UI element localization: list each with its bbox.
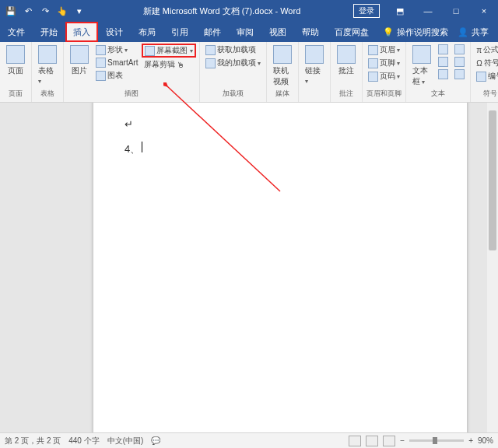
table-label: 表格 bbox=[38, 65, 57, 85]
save-icon[interactable]: 💾 bbox=[3, 3, 19, 19]
vertical-scrollbar[interactable] bbox=[487, 103, 498, 432]
tell-me-search[interactable]: 💡 操作说明搜索 bbox=[383, 26, 448, 38]
page[interactable]: ↵ 4、 bbox=[93, 103, 467, 432]
equation-button[interactable]: π公式 bbox=[474, 44, 498, 56]
object-button[interactable] bbox=[452, 68, 467, 80]
store-icon bbox=[205, 45, 216, 55]
ribbon-options-icon[interactable]: ⬒ bbox=[386, 0, 414, 22]
zoom-slider[interactable] bbox=[409, 439, 464, 442]
wordart-button[interactable] bbox=[436, 56, 451, 68]
link-button[interactable]: 链接 bbox=[302, 44, 327, 86]
word-count[interactable]: 440 个字 bbox=[68, 436, 99, 446]
language-status[interactable]: 中文(中国) bbox=[107, 436, 144, 446]
pi-icon: π bbox=[476, 46, 482, 54]
accessibility-icon[interactable]: 💬 bbox=[151, 436, 160, 445]
tell-me-label: 操作说明搜索 bbox=[397, 26, 448, 38]
tab-design[interactable]: 设计 bbox=[98, 22, 131, 42]
tab-references[interactable]: 引用 bbox=[163, 22, 196, 42]
screenshot-button[interactable]: 屏幕截图 bbox=[142, 44, 195, 58]
pagenum-button[interactable]: 页码 bbox=[366, 70, 402, 82]
group-symbols: π公式 Ω符号 编号 符号 bbox=[471, 42, 498, 102]
online-video-button[interactable]: 联机视频 bbox=[270, 44, 295, 89]
page-count[interactable]: 第 2 页，共 2 页 bbox=[5, 436, 61, 446]
picture-button[interactable]: 图片 bbox=[67, 44, 92, 78]
header-icon bbox=[368, 45, 378, 55]
screenshot-icon bbox=[145, 46, 155, 56]
zoom-in-button[interactable]: + bbox=[468, 436, 473, 445]
textbox-label: 文本框 bbox=[412, 65, 431, 87]
touch-mode-icon[interactable]: 👆 bbox=[54, 3, 70, 19]
page-icon bbox=[6, 45, 25, 64]
group-media: 联机视频 媒体 bbox=[267, 42, 299, 102]
print-layout-button[interactable] bbox=[366, 436, 378, 446]
group-pages: 页面 页面 bbox=[0, 42, 32, 102]
read-mode-button[interactable] bbox=[349, 436, 361, 446]
cover-page-button[interactable]: 页面 bbox=[3, 44, 28, 78]
zoom-slider-thumb[interactable] bbox=[433, 437, 437, 444]
video-label: 联机视频 bbox=[273, 65, 292, 87]
header-button[interactable]: 页眉 bbox=[366, 44, 402, 56]
get-addins-button[interactable]: 获取加载项 bbox=[203, 44, 263, 56]
comment-label: 批注 bbox=[338, 65, 354, 76]
tab-insert[interactable]: 插入 bbox=[65, 22, 98, 42]
link-icon bbox=[305, 45, 324, 64]
screenclip-button[interactable]: 屏幕剪辑🖱 bbox=[142, 58, 195, 71]
zoom-out-button[interactable]: − bbox=[400, 436, 405, 445]
sigline-button[interactable] bbox=[452, 44, 467, 55]
ribbon-tabs: 文件 开始 插入 设计 布局 引用 邮件 审阅 视图 帮助 百度网盘 💡 操作说… bbox=[0, 22, 498, 42]
num-icon bbox=[476, 72, 486, 82]
smartart-button[interactable]: SmartArt bbox=[93, 57, 140, 68]
num-label: 编号 bbox=[488, 71, 498, 82]
pagenum-label: 页码 bbox=[380, 71, 400, 82]
minimize-button[interactable]: — bbox=[414, 0, 442, 22]
redo-icon[interactable]: ↷ bbox=[37, 3, 53, 19]
quickparts-button[interactable] bbox=[436, 44, 451, 55]
zoom-level[interactable]: 90% bbox=[478, 436, 493, 445]
tab-file[interactable]: 文件 bbox=[0, 22, 33, 42]
line-text: 4、 bbox=[124, 143, 140, 155]
smartart-icon bbox=[96, 58, 106, 68]
tab-layout[interactable]: 布局 bbox=[131, 22, 163, 42]
dropcap-icon bbox=[438, 69, 448, 79]
tab-mail[interactable]: 邮件 bbox=[196, 22, 229, 42]
chart-button[interactable]: 图表 bbox=[93, 69, 140, 82]
my-addins-button[interactable]: 我的加载项 bbox=[203, 57, 263, 69]
group-header-footer: 页眉 页脚 页码 页眉和页脚 bbox=[363, 42, 406, 102]
undo-icon[interactable]: ↶ bbox=[20, 3, 36, 19]
date-icon bbox=[454, 57, 465, 67]
qat-more-icon[interactable]: ▾ bbox=[72, 3, 87, 19]
number-button[interactable]: 编号 bbox=[474, 70, 498, 82]
share-button[interactable]: 👤 共享 bbox=[448, 26, 498, 38]
lightbulb-icon: 💡 bbox=[383, 27, 394, 37]
symbol-button[interactable]: Ω符号 bbox=[474, 57, 498, 69]
shapes-button[interactable]: 形状 bbox=[93, 44, 140, 56]
tab-home[interactable]: 开始 bbox=[33, 22, 65, 42]
table-button[interactable]: 表格 bbox=[35, 44, 60, 86]
comment-button[interactable]: 批注 bbox=[334, 44, 359, 78]
tab-view[interactable]: 视图 bbox=[261, 22, 294, 42]
sym-label: 符号 bbox=[484, 58, 498, 68]
group-text: 文本框 文本 bbox=[406, 42, 471, 102]
omega-icon: Ω bbox=[476, 59, 482, 68]
footer-button[interactable]: 页脚 bbox=[366, 57, 402, 69]
table-icon bbox=[38, 45, 57, 64]
textbox-button[interactable]: 文本框 bbox=[409, 44, 434, 89]
document-area[interactable]: ↵ 4、 bbox=[0, 103, 498, 432]
document-text[interactable]: 4、 bbox=[124, 142, 436, 156]
datetime-button[interactable] bbox=[452, 56, 467, 68]
scroll-thumb[interactable] bbox=[489, 110, 496, 250]
quick-access-toolbar: 💾 ↶ ↷ 👆 ▾ bbox=[0, 3, 90, 19]
maximize-button[interactable]: □ bbox=[442, 0, 470, 22]
get-addins-label: 获取加载项 bbox=[217, 44, 256, 55]
group-label-illus: 插图 bbox=[67, 89, 196, 100]
web-layout-button[interactable] bbox=[383, 436, 395, 446]
tab-review[interactable]: 审阅 bbox=[229, 22, 261, 42]
close-button[interactable]: × bbox=[470, 0, 498, 22]
screenshot-label: 屏幕截图 bbox=[156, 45, 192, 56]
login-button[interactable]: 登录 bbox=[353, 4, 380, 18]
tab-baidu[interactable]: 百度网盘 bbox=[327, 22, 377, 42]
text-cursor bbox=[142, 142, 142, 152]
tab-help[interactable]: 帮助 bbox=[294, 22, 327, 42]
dropcap-button[interactable] bbox=[436, 68, 451, 80]
group-links: 链接 bbox=[299, 42, 331, 102]
